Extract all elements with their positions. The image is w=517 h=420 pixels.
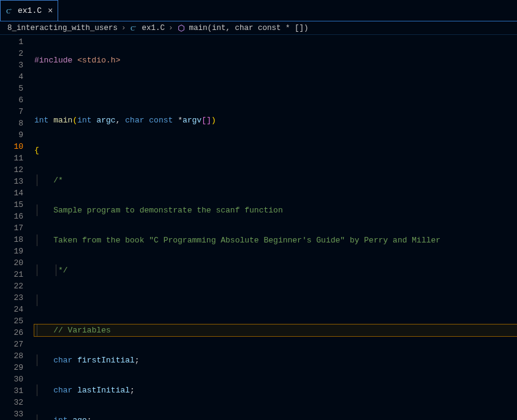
line-number: 8	[0, 118, 23, 129]
line-number: 4	[0, 71, 23, 83]
code-line: {	[34, 144, 517, 156]
code-line: Sample program to demonstrate the scanf …	[34, 204, 517, 216]
line-number: 19	[0, 246, 23, 257]
line-number-gutter: 1234567891011121314151617181920212223242…	[0, 35, 34, 420]
line-number: 28	[0, 350, 23, 362]
svg-text:+: +	[10, 8, 12, 12]
svg-text:+: +	[134, 25, 137, 29]
code-area[interactable]: #include <stdio.h> int main(int argc, ch…	[34, 35, 517, 420]
line-number: 23	[0, 292, 23, 304]
code-editor[interactable]: 1234567891011121314151617181920212223242…	[0, 35, 517, 420]
breadcrumb-folder[interactable]: 8_interacting_with_users	[7, 24, 118, 32]
line-number: 1	[0, 36, 23, 48]
code-line: int age;	[34, 414, 517, 420]
line-number: 18	[0, 234, 23, 246]
line-number: 22	[0, 280, 23, 292]
chevron-right-icon: ›	[168, 24, 173, 32]
code-line: #include <stdio.h>	[34, 54, 517, 66]
line-number: 21	[0, 269, 23, 280]
chevron-right-icon: ›	[121, 24, 126, 32]
line-number: 9	[0, 129, 23, 141]
tab-bar: C+ ex1.C ×	[0, 0, 517, 21]
line-number: 7	[0, 106, 23, 118]
breadcrumb-file[interactable]: ex1.C	[142, 24, 165, 32]
line-number: 24	[0, 304, 23, 315]
line-number: 30	[0, 373, 23, 385]
code-line: /*	[34, 174, 517, 186]
code-line: int main(int argc, char const *argv[])	[34, 114, 517, 126]
line-number: 12	[0, 164, 23, 176]
line-number: 5	[0, 83, 23, 94]
line-number: 33	[0, 408, 23, 420]
line-number: 16	[0, 211, 23, 222]
line-number: 27	[0, 339, 23, 350]
breadcrumb-symbol[interactable]: main(int, char const * [])	[189, 24, 309, 32]
line-number: 26	[0, 327, 23, 339]
tab-ex1[interactable]: C+ ex1.C ×	[0, 0, 58, 21]
line-number: 14	[0, 187, 23, 199]
line-number: 17	[0, 222, 23, 234]
line-number: 29	[0, 362, 23, 373]
line-number: 32	[0, 397, 23, 408]
close-icon[interactable]: ×	[48, 6, 53, 16]
line-number: 11	[0, 152, 23, 164]
code-line: char lastInitial;	[34, 384, 517, 396]
code-line	[34, 294, 517, 306]
code-line: Taken from the book "C Programming Absol…	[34, 234, 517, 246]
line-number: 25	[0, 315, 23, 327]
code-line	[34, 84, 517, 96]
line-number: 10	[0, 141, 23, 152]
line-number: 20	[0, 257, 23, 269]
code-line-active: // Variables	[34, 324, 517, 336]
line-number: 31	[0, 385, 23, 397]
code-line: */	[34, 264, 517, 276]
line-number: 15	[0, 199, 23, 211]
line-number: 6	[0, 94, 23, 106]
line-number: 3	[0, 59, 23, 71]
c-file-icon: C+	[130, 24, 138, 32]
line-number: 2	[0, 48, 23, 59]
code-line: char firstInitial;	[34, 354, 517, 366]
line-number: 13	[0, 176, 23, 187]
c-file-icon: C+	[6, 7, 14, 15]
symbol-method-icon	[177, 24, 186, 32]
tab-label: ex1.C	[18, 6, 42, 15]
breadcrumb: 8_interacting_with_users › C+ ex1.C › ma…	[0, 21, 517, 35]
